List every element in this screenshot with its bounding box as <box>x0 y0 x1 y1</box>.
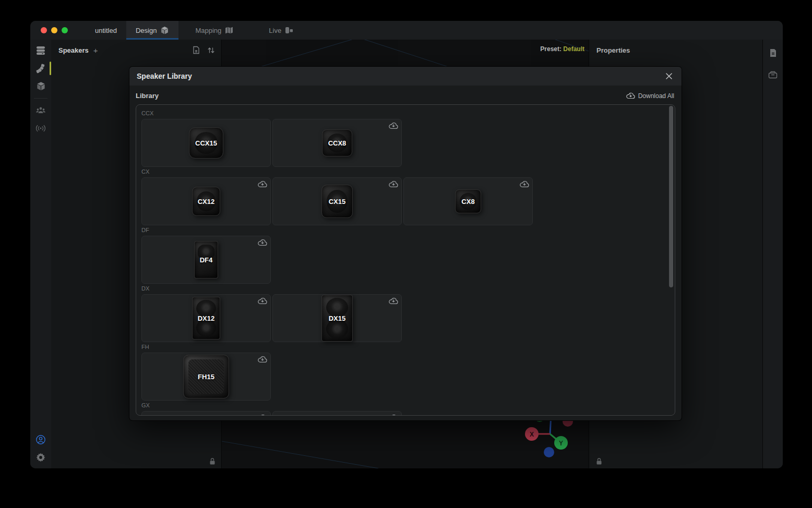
gizmo-x-label: X <box>530 431 534 438</box>
tile-row: CCX15 CCX8 <box>141 119 670 167</box>
tab-mapping-label: Mapping <box>195 27 221 34</box>
speaker-tile[interactable]: DF4 <box>141 236 271 284</box>
cloud-download-icon[interactable] <box>389 297 398 305</box>
tab-untitled[interactable]: untitled <box>86 21 126 40</box>
tile-row: FH15 <box>141 353 670 401</box>
tile-row: DX12 DX15 <box>141 294 670 342</box>
scrollbar-thumb[interactable] <box>669 106 673 287</box>
speaker-image <box>192 297 220 340</box>
speaker-tile[interactable]: DX15 <box>272 294 402 342</box>
rail-divider <box>34 98 47 99</box>
speakers-panel-title: Speakers <box>58 46 89 54</box>
preset-label: Preset: <box>540 45 562 53</box>
minimize-window-button[interactable] <box>51 27 57 33</box>
broadcast-icon[interactable] <box>30 119 51 137</box>
properties-title: Properties <box>589 40 762 54</box>
modal-header: Speaker Library <box>129 67 682 86</box>
speaker-image <box>455 189 481 213</box>
cloud-download-icon[interactable] <box>520 180 529 188</box>
panel-lock-icon[interactable] <box>209 457 216 465</box>
zoom-window-button[interactable] <box>62 27 68 33</box>
cloud-download-icon[interactable] <box>258 180 267 188</box>
library-list: CCX CCX15 CCX8 CX CX12 CX15 CX8 DF <box>136 105 675 415</box>
category-label: CCX <box>141 110 670 117</box>
new-file-icon[interactable] <box>193 46 200 54</box>
tile-row: CX12 CX15 CX8 <box>141 177 670 225</box>
download-all-label: Download All <box>638 92 674 100</box>
left-icon-rail <box>30 40 51 468</box>
cloud-download-icon <box>626 92 635 99</box>
category-label: FH <box>141 343 670 350</box>
category-label: DX <box>141 285 670 292</box>
live-layout-icon <box>285 27 293 34</box>
tab-live-label: Live <box>269 27 281 34</box>
tile-row: DF4 <box>141 236 670 284</box>
close-icon[interactable] <box>664 71 674 81</box>
library-row: Library Download All <box>129 86 682 104</box>
sort-arrows-icon[interactable] <box>207 46 215 54</box>
map-icon <box>225 27 233 34</box>
speaker-image <box>192 187 220 216</box>
preset-value: Default <box>563 45 584 53</box>
close-window-button[interactable] <box>41 27 47 33</box>
add-speaker-button[interactable]: + <box>93 46 98 55</box>
cloud-download-icon[interactable] <box>258 297 267 305</box>
speaker-image <box>189 127 223 159</box>
cloud-download-icon[interactable] <box>258 239 267 246</box>
tab-live[interactable]: Live <box>259 21 303 40</box>
titlebar: untitled Design Mapping Live <box>30 21 783 40</box>
speaker-image <box>183 355 229 398</box>
cloud-download-icon[interactable] <box>258 414 267 415</box>
cloud-download-icon[interactable] <box>389 180 398 188</box>
library-list-container: CCX CCX15 CCX8 CX CX12 CX15 CX8 DF <box>136 104 675 416</box>
tab-mapping[interactable]: Mapping <box>186 21 243 40</box>
tab-design-label: Design <box>136 27 157 34</box>
category-label: CX <box>141 168 670 175</box>
tab-design[interactable]: Design <box>126 21 178 40</box>
speaker-tile[interactable]: CX8 <box>403 177 533 225</box>
speaker-image <box>194 241 218 279</box>
app-window: untitled Design Mapping Live <box>30 21 783 468</box>
account-icon[interactable] <box>30 431 51 449</box>
audience-icon[interactable] <box>30 102 51 119</box>
speaker-tile[interactable]: CCX15 <box>141 119 271 167</box>
cloud-download-icon[interactable] <box>389 414 398 415</box>
library-label: Library <box>136 92 159 100</box>
tile-row <box>141 411 670 415</box>
settings-gear-icon[interactable] <box>30 449 51 466</box>
speaker-library-modal: Speaker Library Library Download All CCX… <box>129 67 682 420</box>
speaker-image <box>322 129 352 156</box>
speaker-tile[interactable] <box>272 411 402 415</box>
notes-document-icon[interactable] <box>763 44 783 62</box>
right-icon-rail <box>763 40 783 468</box>
tab-untitled-label: untitled <box>95 27 117 34</box>
cube-icon <box>160 26 169 35</box>
properties-lock-icon[interactable] <box>595 457 603 465</box>
category-label: GX <box>141 402 670 409</box>
speaker-array-tool-icon[interactable] <box>30 59 51 77</box>
speaker-tile[interactable] <box>141 411 271 415</box>
traffic-lights <box>30 27 68 33</box>
category-label: DF <box>141 226 670 234</box>
library-scrollbar[interactable] <box>668 106 674 415</box>
modal-title: Speaker Library <box>137 72 192 80</box>
cloud-download-icon[interactable] <box>258 356 267 363</box>
layers-stack-icon[interactable] <box>30 42 51 59</box>
cube-view-icon[interactable] <box>30 77 51 95</box>
speaker-tile[interactable]: CX15 <box>272 177 402 225</box>
download-all-button[interactable]: Download All <box>626 92 674 100</box>
archive-drawer-icon[interactable] <box>763 66 783 83</box>
speaker-tile[interactable]: DX12 <box>141 294 271 342</box>
speaker-tile[interactable]: FH15 <box>141 353 271 401</box>
preset-indicator[interactable]: Preset: Default <box>540 45 584 53</box>
speaker-tile[interactable]: CX12 <box>141 177 271 225</box>
speaker-image <box>321 295 353 342</box>
cloud-download-icon[interactable] <box>389 122 398 129</box>
speaker-image <box>321 185 353 218</box>
speaker-tile[interactable]: CCX8 <box>272 119 402 167</box>
gizmo-y-label: Y <box>559 440 563 447</box>
speakers-panel-header: Speakers + <box>51 40 221 61</box>
